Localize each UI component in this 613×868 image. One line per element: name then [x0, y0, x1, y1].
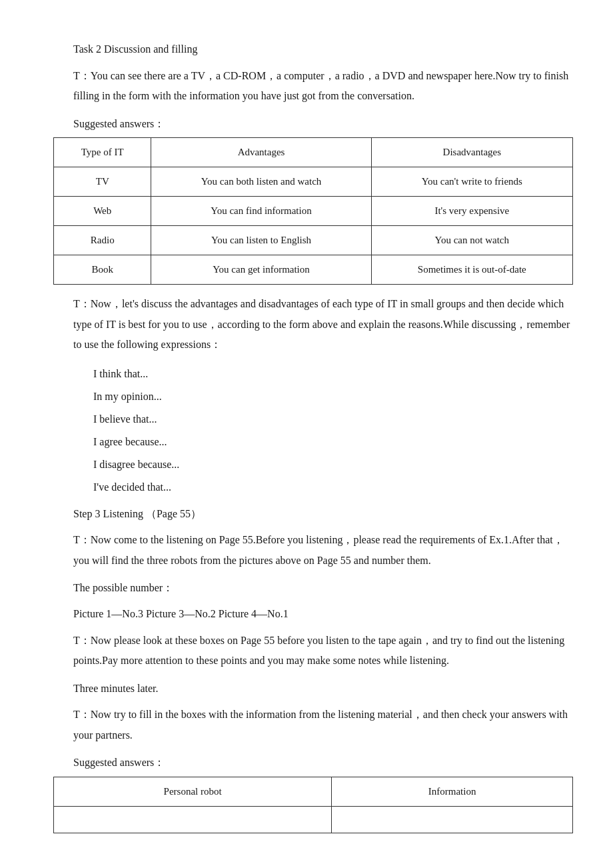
- table-row: Radio You can listen to English You can …: [54, 226, 573, 255]
- step3-heading: Step 3 Listening （Page 55）: [53, 505, 573, 524]
- cell-type-web: Web: [54, 197, 151, 226]
- listen-paragraph: T：Now please look at these boxes on Page…: [53, 631, 573, 671]
- cell-adv-radio: You can listen to English: [151, 226, 371, 255]
- col-header-advantages: Advantages: [151, 138, 371, 167]
- col-header-robot: Personal robot: [54, 777, 332, 806]
- possible-number-text: Picture 1—No.3 Picture 3—No.2 Picture 4—…: [53, 605, 573, 624]
- expression-6: I've decided that...: [93, 477, 573, 498]
- table-row: TV You can both listen and watch You can…: [54, 167, 573, 197]
- table-row: Book You can get information Sometimes i…: [54, 255, 573, 285]
- step3-paragraph: T：Now come to the listening on Page 55.B…: [53, 530, 573, 571]
- cell-type-tv: TV: [54, 167, 151, 197]
- robot-table-cell-left: [54, 806, 332, 833]
- possible-number-label: The possible number：: [53, 579, 573, 598]
- expression-2: In my opinion...: [93, 386, 573, 407]
- cell-dis-tv: You can't write to friends: [371, 167, 572, 197]
- robot-table: Personal robot Information: [53, 777, 573, 833]
- expression-5: I disagree because...: [93, 454, 573, 475]
- suggested-answers-label-1: Suggested answers：: [53, 115, 573, 134]
- cell-type-radio: Radio: [54, 226, 151, 255]
- cell-adv-book: You can get information: [151, 255, 371, 285]
- intro-paragraph: T：You can see there are a TV，a CD-ROM，a …: [53, 66, 573, 107]
- three-minutes: Three minutes later.: [53, 679, 573, 699]
- cell-dis-web: It's very expensive: [371, 197, 572, 226]
- fill-paragraph: T：Now try to fill in the boxes with the …: [53, 705, 573, 745]
- expression-3: I believe that...: [93, 409, 573, 430]
- col-header-disadvantages: Disadvantages: [371, 138, 572, 167]
- robot-table-cell-right: [332, 806, 573, 833]
- task-title: Task 2 Discussion and filling: [53, 40, 573, 59]
- robot-table-empty-row: [54, 806, 573, 833]
- cell-dis-book: Sometimes it is out-of-date: [371, 255, 572, 285]
- col-header-information: Information: [332, 777, 573, 806]
- cell-type-book: Book: [54, 255, 151, 285]
- cell-adv-web: You can find information: [151, 197, 371, 226]
- page-content: Task 2 Discussion and filling T：You can …: [53, 40, 573, 833]
- suggested-answers-label-2: Suggested answers：: [53, 753, 573, 773]
- expression-4: I agree because...: [93, 431, 573, 453]
- discussion-paragraph: T：Now，let's discuss the advantages and d…: [53, 294, 573, 355]
- col-header-type: Type of IT: [54, 138, 151, 167]
- it-table: Type of IT Advantages Disadvantages TV Y…: [53, 137, 573, 285]
- cell-dis-radio: You can not watch: [371, 226, 572, 255]
- expressions-block: I think that... In my opinion... I belie…: [53, 363, 573, 498]
- expression-1: I think that...: [93, 363, 573, 385]
- cell-adv-tv: You can both listen and watch: [151, 167, 371, 197]
- table-row: Web You can find information It's very e…: [54, 197, 573, 226]
